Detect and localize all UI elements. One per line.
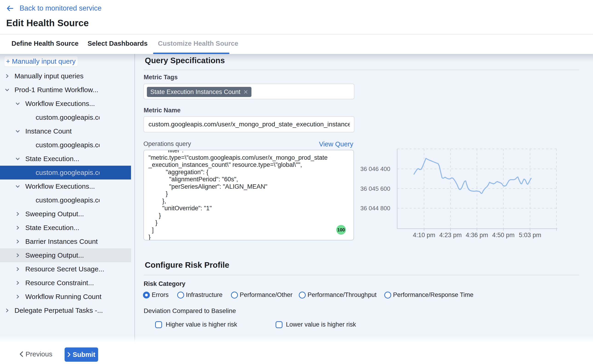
tree-item[interactable]: custom.googleapis.co — [0, 138, 131, 152]
checkbox-icon[interactable] — [155, 321, 162, 328]
deviation-checkbox-label: Higher value is higher risk — [166, 321, 237, 328]
y-axis-tick-label: 36 046 400 — [360, 165, 390, 172]
risk-radio-errors[interactable]: Errors — [143, 291, 169, 299]
tree-item-label: Sweeping Output... — [25, 251, 84, 259]
tree-item[interactable]: Prod-1 Runtime Workflow... — [0, 83, 131, 97]
operations-query-textarea[interactable]: "filter": "metric.type=\"custom.googleap… — [143, 150, 354, 240]
query-specifications-title: Query Specifications — [145, 56, 225, 65]
metric-name-field — [143, 116, 354, 132]
sidebar-divider — [134, 54, 135, 342]
chevron-right-icon[interactable] — [15, 266, 21, 272]
radio-icon[interactable] — [231, 292, 238, 299]
chevron-down-icon[interactable] — [15, 183, 21, 189]
tree-item[interactable]: Barrier Instances Count — [0, 235, 131, 248]
radio-icon[interactable] — [384, 292, 391, 299]
radio-icon[interactable] — [177, 292, 184, 299]
tab-bar: Define Health Source Select Dashboards C… — [0, 34, 593, 54]
tree-item[interactable]: custom.googleapis.co — [0, 193, 131, 207]
back-link-label: Back to monitored service — [20, 4, 102, 13]
manually-input-query-label: + Manually input query — [6, 58, 76, 65]
deviation-checkbox-higher[interactable]: Higher value is higher risk — [155, 321, 237, 328]
risk-radio-performance-response-time[interactable]: Performance/Response Time — [384, 291, 474, 299]
manually-input-query-button[interactable]: + Manually input query — [4, 56, 78, 66]
metric-tag-chip-label: State Execution Instances Count — [150, 89, 241, 96]
tree-item-label: Instance Count — [25, 127, 72, 135]
risk-radio-label: Performance/Other — [240, 291, 293, 299]
operations-query-text: "filter": "metric.type=\"custom.googleap… — [149, 150, 350, 240]
tree-item[interactable]: Instance Count — [0, 124, 131, 138]
tab-define-health-source[interactable]: Define Health Source — [12, 34, 78, 53]
header: Back to monitored service Edit Health So… — [0, 0, 593, 34]
submit-button[interactable]: Submit — [65, 347, 98, 362]
deviation-checkbox-label: Lower value is higher risk — [286, 321, 356, 328]
deviation-checkbox-lower[interactable]: Lower value is higher risk — [276, 321, 356, 328]
remove-tag-icon[interactable] — [243, 89, 248, 94]
chevron-down-icon[interactable] — [4, 87, 10, 93]
operations-query-label: Operations query — [143, 140, 191, 148]
tree-item[interactable]: Resource Secret Usage... — [0, 262, 131, 276]
tree-item[interactable]: Manually input queries — [0, 69, 131, 83]
metric-tag-chip: State Execution Instances Count — [147, 87, 251, 97]
tree-item[interactable]: custom.googleapis.co — [0, 110, 131, 124]
deviation-label: Deviation Compared to Baseline — [144, 307, 236, 315]
chevron-right-icon[interactable] — [15, 225, 21, 231]
metric-line-series — [414, 158, 531, 194]
section-divider-2 — [144, 275, 579, 275]
tree-item[interactable]: State Execution... — [0, 152, 131, 166]
x-axis-tick-label: 4:36 pm — [466, 232, 488, 239]
metric-timeseries-chart: 36 046 40036 045 60036 044 8004:10 pm4:2… — [358, 143, 588, 241]
submit-button-label: Submit — [73, 351, 95, 358]
risk-radio-performance-throughput[interactable]: Performance/Throughput — [299, 291, 377, 299]
arrow-left-icon — [6, 5, 14, 12]
chevron-right-icon — [67, 352, 71, 357]
tree-item[interactable]: Workflow Running Count — [0, 290, 131, 304]
chevron-down-icon[interactable] — [15, 101, 21, 107]
tree-item-label: Resource Secret Usage... — [25, 265, 104, 273]
section-divider-1 — [144, 70, 579, 70]
chevron-right-icon[interactable] — [15, 280, 21, 286]
view-query-link[interactable]: View Query — [319, 140, 353, 148]
chevron-right-icon[interactable] — [4, 73, 10, 79]
chevron-right-icon[interactable] — [15, 239, 21, 245]
tree-item[interactable]: Workflow Executions... — [0, 180, 131, 193]
metric-tags-label: Metric Tags — [144, 74, 178, 81]
risk-radio-performance-other[interactable]: Performance/Other — [231, 291, 293, 299]
edit-health-source-screen: Back to monitored service Edit Health So… — [0, 0, 593, 364]
tree-item-label: Sweeping Output... — [25, 210, 84, 218]
x-axis-tick-label: 4:50 pm — [492, 232, 515, 239]
page-title: Edit Health Source — [6, 18, 89, 28]
checkbox-icon[interactable] — [276, 321, 282, 328]
metric-name-label: Metric Name — [144, 107, 181, 114]
previous-button[interactable]: Previous — [19, 350, 52, 358]
records-count-badge: 100 — [336, 225, 346, 235]
metric-tags-input[interactable]: State Execution Instances Count — [143, 84, 354, 99]
y-axis-tick-label: 36 045 600 — [360, 185, 390, 192]
tree-item[interactable]: Workflow Executions... — [0, 97, 131, 110]
tree-item[interactable]: Sweeping Output... — [0, 207, 131, 221]
chevron-down-icon[interactable] — [15, 156, 21, 162]
tab-select-dashboards[interactable]: Select Dashboards — [88, 34, 148, 53]
radio-selected-icon[interactable] — [143, 292, 150, 299]
chevron-right-icon[interactable] — [15, 211, 21, 217]
tree-item[interactable]: custom.googleapis.co — [0, 166, 131, 180]
tree-item-label: State Execution... — [25, 155, 79, 163]
tree-item[interactable]: Delegate Perpetual Tasks -... — [0, 304, 131, 317]
tree-item[interactable]: State Execution... — [0, 221, 131, 235]
chevron-right-icon[interactable] — [15, 252, 21, 258]
tree-item-label: Manually input queries — [14, 72, 84, 80]
metric-name-input[interactable] — [144, 117, 354, 132]
tree-item[interactable]: Resource Constraint... — [0, 276, 131, 290]
y-axis-tick-label: 36 044 800 — [360, 205, 390, 212]
tree-item[interactable]: Sweeping Output... — [0, 248, 131, 262]
tab-customize-health-source[interactable]: Customize Health Source — [158, 34, 238, 53]
tree-item-label: Workflow Running Count — [25, 293, 101, 301]
back-link[interactable]: Back to monitored service — [6, 4, 102, 13]
risk-radio-label: Performance/Response Time — [393, 291, 474, 299]
chevron-down-icon[interactable] — [15, 128, 21, 134]
risk-radio-label: Performance/Throughput — [307, 291, 377, 299]
tree-item-label: custom.googleapis.co — [36, 196, 99, 204]
radio-icon[interactable] — [299, 292, 306, 299]
chevron-right-icon[interactable] — [15, 294, 21, 300]
risk-radio-infrastructure[interactable]: Infrastructure — [177, 291, 222, 299]
chevron-right-icon[interactable] — [4, 307, 10, 313]
